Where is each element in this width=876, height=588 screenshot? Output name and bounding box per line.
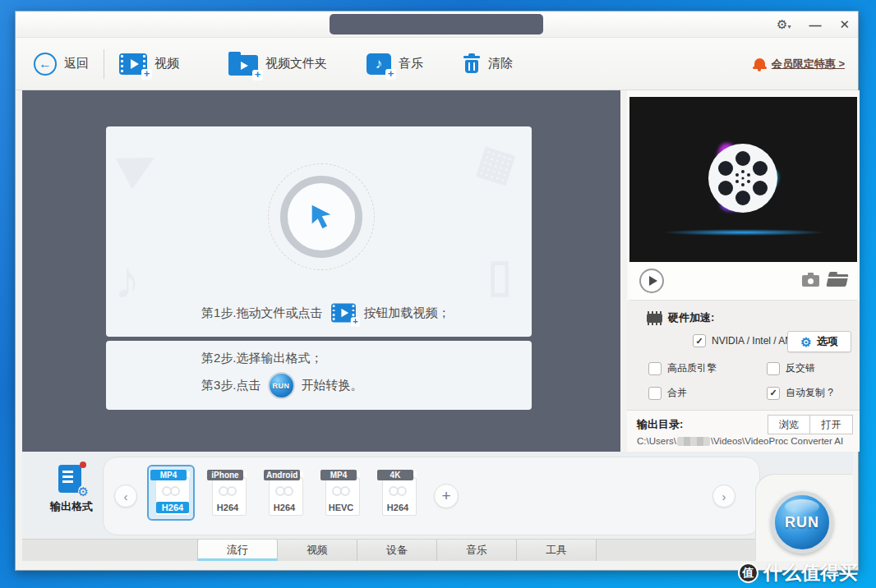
- format-category-tabs: 流行 视频 设备 音乐 工具: [22, 539, 853, 561]
- site-watermark: 值 什么值得买: [738, 560, 858, 586]
- tab-video[interactable]: 视频: [278, 540, 357, 561]
- tab-music[interactable]: 音乐: [437, 540, 517, 561]
- film-reel-icon: [332, 486, 350, 498]
- format-codec: H264: [376, 503, 420, 512]
- run-button[interactable]: RUN: [771, 491, 833, 554]
- play-icon: [649, 276, 657, 286]
- blurred-username: [677, 437, 710, 446]
- output-format-section: ⚙ 输出格式 ‹ MP4 H264 iPhone H264 Android: [22, 452, 853, 561]
- back-button[interactable]: ← 返回: [34, 53, 89, 76]
- back-label: 返回: [64, 56, 89, 71]
- close-button[interactable]: ✕: [839, 17, 850, 32]
- ghost-player-icon: ▯: [487, 250, 512, 301]
- hardware-accel-label: 硬件加速:: [668, 310, 714, 325]
- drop-target-circle[interactable]: [268, 163, 375, 270]
- music-label: 音乐: [399, 56, 423, 71]
- ghost-film-icon: ▶: [111, 133, 163, 192]
- smzdm-logo-icon: 值: [738, 563, 758, 583]
- gpu-checkbox[interactable]: ✓: [693, 334, 706, 347]
- format-card-android-h264[interactable]: Android H264: [260, 465, 308, 521]
- add-music-button[interactable]: ♪ + 音乐: [367, 53, 423, 75]
- tab-popular[interactable]: 流行: [198, 540, 278, 561]
- video-icon: +: [119, 53, 147, 75]
- add-format-button[interactable]: +: [434, 484, 459, 508]
- high-quality-checkbox[interactable]: [648, 362, 662, 375]
- add-video-folder-button[interactable]: + 视频文件夹: [228, 52, 327, 76]
- minimize-button[interactable]: —: [809, 18, 821, 32]
- auto-copy-row[interactable]: ✓ 自动复制 ?: [767, 386, 833, 400]
- output-format-block[interactable]: ⚙ 输出格式: [47, 463, 96, 514]
- check-icon: ✓: [695, 337, 703, 346]
- format-card-4k-h264[interactable]: 4K H264: [374, 465, 422, 521]
- high-quality-engine-row[interactable]: 高品质引擎: [648, 361, 717, 375]
- ghost-music-icon: ♪: [114, 250, 141, 310]
- path-suffix: \Videos\VideoProc Converter AI: [711, 436, 843, 446]
- preview-panel: 硬件加速: ✓ NVIDIA / Intel / AMD ⚙ 选项 高品质引擎 …: [627, 90, 860, 452]
- back-arrow-icon: ←: [34, 53, 57, 76]
- open-button[interactable]: 打开: [810, 415, 853, 434]
- step3-row: 第3步.点击 RUN 开始转换。: [201, 372, 363, 399]
- blurred-window-title: [330, 14, 543, 34]
- merge-row[interactable]: 合并: [648, 386, 687, 400]
- step1-row: 第1步.拖动文件或点击 + 按钮加载视频；: [201, 302, 450, 324]
- format-name: iPhone: [207, 470, 243, 480]
- format-card-iphone-h264[interactable]: iPhone H264: [204, 465, 251, 521]
- plus-icon: +: [141, 69, 152, 80]
- format-card-mp4-h264[interactable]: MP4 H264: [147, 465, 195, 521]
- ghost-gif-icon: ▦: [472, 135, 521, 190]
- cpu-chip-icon: [647, 314, 662, 323]
- gpu-checkbox-row[interactable]: ✓ NVIDIA / Intel / AMD: [693, 334, 800, 347]
- format-card-mp4-hevc[interactable]: MP4 HEVC: [317, 465, 365, 521]
- carousel-next-button[interactable]: ›: [712, 485, 735, 508]
- step2-text: 第2步.选择输出格式；: [201, 351, 323, 366]
- merge-label: 合并: [667, 386, 687, 400]
- high-quality-label: 高品质引擎: [667, 361, 717, 375]
- hardware-options-button[interactable]: ⚙ 选项: [787, 331, 851, 352]
- video-folder-label: 视频文件夹: [265, 56, 327, 71]
- video-label: 视频: [154, 56, 179, 71]
- auto-copy-checkbox[interactable]: ✓: [767, 387, 780, 400]
- carousel-prev-button[interactable]: ‹: [114, 485, 137, 508]
- play-button[interactable]: [639, 269, 664, 293]
- blur-mosaic: [387, 17, 494, 31]
- format-codec: H264: [262, 503, 307, 512]
- path-prefix: C:\Users\: [637, 436, 676, 446]
- plus-icon: +: [385, 69, 396, 80]
- video-folder-icon: +: [228, 55, 258, 76]
- film-reel-icon: [389, 486, 407, 498]
- settings-gear-icon[interactable]: ⚙▾: [777, 17, 791, 32]
- hardware-accel-header: 硬件加速:: [647, 310, 714, 325]
- video-icon: +: [331, 304, 356, 323]
- tabbar-spacer: [22, 540, 198, 561]
- output-path: C:\Users\ \Videos\VideoProc Converter AI: [637, 436, 843, 446]
- step3-suffix: 开始转换。: [302, 378, 363, 393]
- tab-device[interactable]: 设备: [357, 540, 437, 561]
- preview-controls: [629, 262, 857, 301]
- snapshot-camera-icon[interactable]: [802, 275, 819, 287]
- browse-button[interactable]: 浏览: [768, 415, 810, 434]
- notification-dot: [80, 462, 86, 468]
- merge-checkbox[interactable]: [648, 387, 662, 400]
- output-format-label: 输出格式: [47, 499, 96, 514]
- titlebar[interactable]: ⚙▾ — ✕: [16, 11, 858, 38]
- plus-icon: +: [252, 70, 263, 80]
- steps-panel: 第2步.选择输出格式； 第3步.点击 RUN 开始转换。: [106, 341, 532, 410]
- conversion-options: 硬件加速: ✓ NVIDIA / Intel / AMD ⚙ 选项 高品质引擎 …: [627, 301, 860, 410]
- member-offer-link[interactable]: 会员限定特惠 >: [754, 57, 845, 71]
- format-name: Android: [264, 470, 300, 480]
- step1-prefix: 第1步.拖动文件或点击: [201, 305, 323, 321]
- video-preview[interactable]: [629, 97, 857, 262]
- film-reel-icon: [219, 486, 237, 498]
- clear-button[interactable]: 清除: [463, 53, 513, 75]
- drop-zone[interactable]: ▶ ♪ ▦ ▯ 第1步.拖动文件或点击 + 按钮加载视频；: [106, 126, 532, 337]
- toolbar-divider: [104, 49, 104, 79]
- deinterlace-checkbox[interactable]: [767, 362, 780, 375]
- tab-tools[interactable]: 工具: [517, 540, 597, 561]
- media-list-area: ▶ ♪ ▦ ▯ 第1步.拖动文件或点击 + 按钮加载视频；: [22, 90, 620, 452]
- deinterlace-row[interactable]: 反交错: [767, 361, 815, 375]
- open-folder-icon[interactable]: [826, 274, 848, 287]
- format-name: MP4: [320, 470, 357, 480]
- check-icon: ✓: [769, 388, 777, 397]
- clear-label: 清除: [488, 56, 513, 71]
- add-video-button[interactable]: + 视频: [119, 53, 179, 75]
